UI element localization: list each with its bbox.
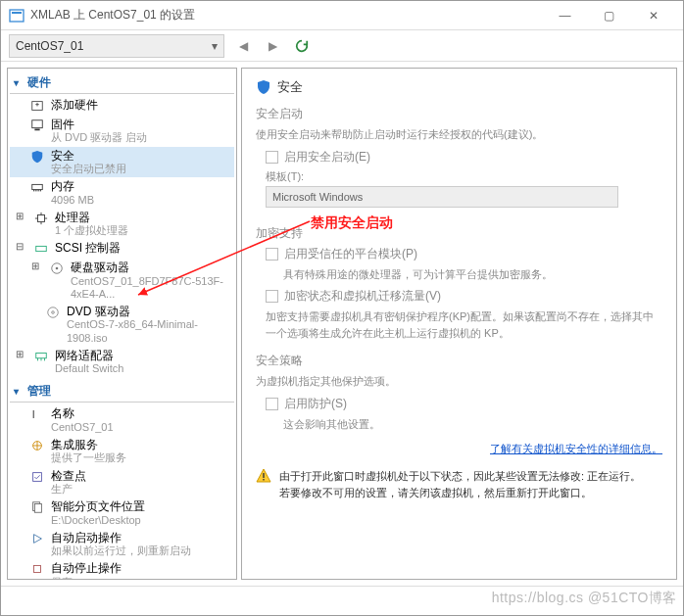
name-icon: I [29,406,45,422]
window-title: XMLAB 上 CentOS7_01 的设置 [30,7,543,24]
autostart-icon [29,531,45,546]
expand-icon[interactable]: ⊞ [31,261,41,272]
tpm-checkbox-row[interactable]: 启用受信任的平台模块(P) [266,246,662,262]
collapse-icon: ▾ [14,77,24,88]
tree-smartpaging[interactable]: 智能分页文件位置E:\Docker\Desktop [10,498,234,529]
policy-note: 这会影响其他设置。 [283,416,662,433]
svg-rect-22 [263,479,264,481]
checkbox-icon [266,290,278,303]
template-label: 模板(T): [266,169,662,184]
tree-add-hardware[interactable]: 添加硬件 [10,96,234,116]
tpm-checkbox-label: 启用受信任的平台模块(P) [284,246,417,262]
vm-selector-dropdown[interactable]: CentOS7_01 ▾ [9,34,224,58]
svg-rect-6 [34,129,39,131]
shield-icon [29,149,45,165]
svg-rect-9 [36,247,47,252]
collapse-icon: ▾ [14,386,24,397]
integration-icon [29,438,45,453]
warning-icon [256,468,271,484]
tree-checkpoint[interactable]: 检查点生产 [10,467,234,498]
shield-checkbox-row[interactable]: 启用防护(S) [266,396,662,412]
checkbox-icon [266,398,278,410]
shield-icon [256,79,271,95]
nav-prev-button[interactable]: ◀ [232,35,254,57]
titlebar: XMLAB 上 CentOS7_01 的设置 — ▢ ✕ [1,1,683,30]
secure-boot-title: 安全启动 [256,106,662,122]
app-icon [9,8,24,24]
policy-title: 安全策略 [256,353,662,369]
encryption-title: 加密支持 [256,225,662,242]
svg-rect-20 [34,566,41,573]
tree-integration[interactable]: 集成服务提供了一些服务 [10,436,234,467]
tree-hdd[interactable]: ⊞ 硬盘驱动器CentOS7_01_8FD7F87C-513F-4xE4-A..… [10,259,234,303]
learn-more-link[interactable]: 了解有关虚拟机安全性的详细信息。 [256,442,662,456]
smartpaging-icon [29,499,45,515]
svg-rect-17 [33,472,42,481]
nic-icon [33,349,49,364]
tree-dvd[interactable]: DVD 驱动器CentOS-7-x86_64-Minimal-1908.iso [10,303,234,347]
secure-boot-desc: 使用安全启动来帮助防止启动时运行未经授权的代码(建议)。 [256,126,662,143]
section-hardware[interactable]: ▾硬件 [10,72,234,94]
memory-icon [29,179,45,195]
toolbar: CentOS7_01 ▾ ◀ ▶ [1,30,683,62]
svg-rect-21 [263,473,264,478]
traffic-checkbox-row[interactable]: 加密状态和虚拟机迁移流量(V) [266,288,662,305]
section-manage[interactable]: ▾管理 [10,381,234,403]
secure-boot-checkbox-label: 启用安全启动(E) [284,149,370,166]
collapse-icon[interactable]: ⊟ [16,241,25,253]
warning-text: 由于打开此窗口时虚拟机处于以下状态，因此某些设置无法修改: 正在运行。 若要修改… [279,468,641,500]
tree-name[interactable]: I 名称CentOS7_01 [10,404,234,436]
tree-autostop[interactable]: 自动停止操作保存 [10,559,234,580]
traffic-checkbox-label: 加密状态和虚拟机迁移流量(V) [284,288,441,305]
svg-rect-0 [10,10,24,22]
tpm-desc: 具有特殊用途的微处理器，可为计算平台提供加密服务。 [283,266,662,283]
svg-rect-5 [32,120,43,128]
settings-tree: ▾硬件 添加硬件 固件从 DVD 驱动器 启动 安全安全启动已禁用 内存4096… [7,68,237,580]
tree-nic[interactable]: ⊞ 网络适配器Default Switch [10,347,234,378]
secure-boot-checkbox-row[interactable]: 启用安全启动(E) [266,149,662,166]
watermark: https://blog.cs @51CTO博客 [492,590,677,607]
svg-rect-8 [38,214,45,221]
svg-rect-1 [12,12,22,14]
svg-point-13 [52,311,55,314]
svg-rect-4 [37,103,38,107]
checkbox-icon [266,248,278,261]
dvd-icon [45,305,61,320]
svg-rect-7 [32,185,43,190]
tree-scsi[interactable]: ⊟ SCSI 控制器 [10,239,234,259]
refresh-button[interactable] [291,35,313,57]
tree-cpu[interactable]: ⊞ 处理器1 个虚拟处理器 [10,209,234,240]
template-value: Microsoft Windows [272,191,363,203]
warning-box: 由于打开此窗口时虚拟机处于以下状态，因此某些设置无法修改: 正在运行。 若要修改… [256,468,662,500]
svg-rect-14 [36,353,47,357]
svg-rect-19 [34,504,41,513]
checkpoint-icon [29,469,45,485]
svg-point-12 [48,308,59,318]
svg-text:I: I [32,408,35,420]
minimize-button[interactable]: — [543,1,587,30]
disk-icon [49,261,65,276]
kp-desc: 加密支持需要虚拟机具有密钥保护程序(KP)配置。如果该配置尚不存在，选择其中一个… [266,308,662,341]
tree-firmware[interactable]: 固件从 DVD 驱动器 启动 [10,116,234,147]
cpu-icon [33,211,49,226]
tree-security[interactable]: 安全安全启动已禁用 [10,147,234,178]
panel-title: 安全 [277,78,303,96]
autostop-icon [29,561,45,577]
expand-icon[interactable]: ⊞ [16,349,25,360]
checkbox-icon [266,151,278,164]
chevron-down-icon: ▾ [212,39,218,53]
panel-header: 安全 [256,78,662,96]
tree-autostart[interactable]: 自动启动操作如果以前运行过，则重新启动 [10,529,234,560]
close-button[interactable]: ✕ [631,1,675,30]
vm-selector-value: CentOS7_01 [16,39,83,53]
firmware-icon [29,118,45,133]
maximize-button[interactable]: ▢ [587,1,631,30]
nav-next-button[interactable]: ▶ [262,35,283,57]
template-select[interactable]: Microsoft Windows [266,186,618,208]
scsi-icon [33,241,49,257]
settings-panel: 安全 安全启动 使用安全启动来帮助防止启动时运行未经授权的代码(建议)。 启用安… [241,68,677,580]
tree-memory[interactable]: 内存4096 MB [10,177,234,209]
expand-icon[interactable]: ⊞ [16,211,25,222]
policy-desc: 为虚拟机指定其他保护选项。 [256,373,662,390]
shield-checkbox-label: 启用防护(S) [284,396,347,412]
